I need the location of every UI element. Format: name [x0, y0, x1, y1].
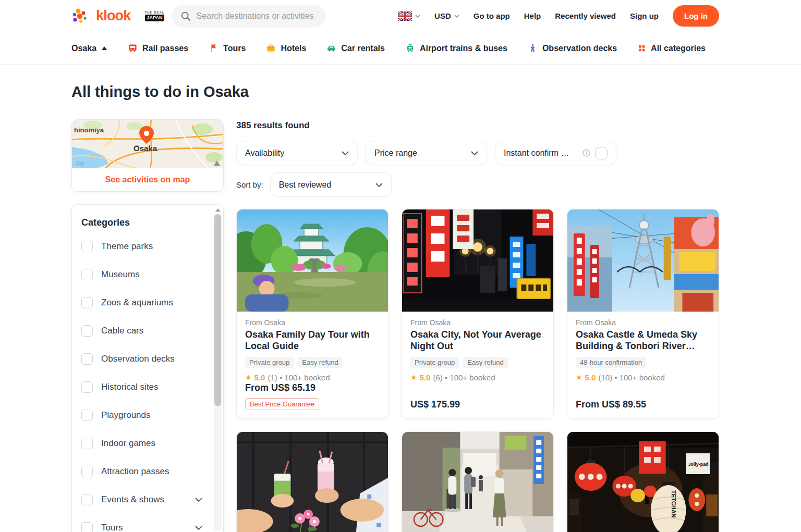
- category-historical-sites[interactable]: Historical sites: [81, 373, 202, 401]
- checkbox[interactable]: [81, 438, 93, 449]
- rating-score: 5.0: [254, 373, 265, 382]
- checkbox[interactable]: [81, 241, 93, 252]
- category-indoor-games[interactable]: Indoor games: [81, 429, 202, 457]
- activity-card[interactable]: TETCHAN Jolly-pad From Osaka: [567, 431, 719, 532]
- page-title: All things to do in Osaka: [71, 83, 730, 101]
- activity-image-shopping-street-walk: [402, 432, 553, 532]
- nav-item-airport-trains-buses[interactable]: Airport trains & buses: [405, 43, 507, 53]
- categories-title: Categories: [81, 217, 202, 228]
- activity-card[interactable]: From Osaka: [236, 431, 389, 532]
- categories-panel: Categories Theme parks Museums Zoos & aq…: [71, 204, 224, 532]
- chevron-down-icon: [471, 151, 478, 155]
- recently-viewed-link[interactable]: Recently viewed: [555, 11, 616, 20]
- klook-activities-page: klook THE REAL JAPAN: [0, 0, 801, 532]
- car-icon: [326, 43, 336, 53]
- nav-item-osaka[interactable]: Osaka: [71, 44, 107, 53]
- scrollbar-thumb[interactable]: [214, 214, 221, 406]
- activity-badge: Easy refund: [298, 357, 342, 368]
- category-tours[interactable]: Tours: [81, 514, 202, 532]
- header: klook THE REAL JAPAN: [0, 0, 801, 32]
- category-cable-cars[interactable]: Cable cars: [81, 317, 202, 345]
- checkbox[interactable]: [81, 269, 93, 280]
- filters-row: Availability Price range Instant confirm…: [236, 141, 730, 165]
- activity-badge: Private group: [410, 357, 459, 368]
- uk-flag-icon: [398, 11, 412, 21]
- activity-title: Osaka Family Day Tour with Local Guide: [245, 329, 380, 352]
- chevron-down-icon[interactable]: [195, 498, 202, 502]
- nav-item-car-rentals[interactable]: Car rentals: [326, 43, 385, 53]
- log-in-button[interactable]: Log in: [673, 5, 719, 27]
- best-price-guarantee-badge: Best Price Guarantee: [245, 398, 319, 410]
- activity-image-lantern-alley-night: TETCHAN Jolly-pad: [567, 432, 719, 532]
- instant-confirmation-filter[interactable]: Instant confirm …: [495, 141, 616, 165]
- activity-badge: Private group: [245, 357, 294, 368]
- grid-icon: [637, 44, 646, 53]
- search-bar[interactable]: [172, 5, 326, 28]
- chevron-down-icon[interactable]: [195, 526, 202, 530]
- klook-logo-icon: [71, 7, 89, 25]
- sort-by-label: Sort by:: [236, 180, 263, 189]
- activity-price: US$ 175.99: [410, 399, 545, 410]
- activity-card[interactable]: From Osaka Osaka Family Day Tour with Lo…: [236, 209, 389, 419]
- results-count: 385 results found: [236, 120, 730, 131]
- category-attraction-passes[interactable]: Attraction passes: [81, 457, 202, 486]
- header-links: USD Go to app Help Recently viewed Sign …: [398, 5, 719, 27]
- activity-title: Osaka City, Not Your Average Night Out: [410, 329, 545, 352]
- activity-image-osaka-castle-garden: [237, 209, 388, 312]
- nav-item-tours[interactable]: Tours: [209, 43, 246, 53]
- activity-card[interactable]: From Osaka Osaka City, Not Your Average …: [402, 209, 554, 419]
- sign-up-link[interactable]: Sign up: [630, 11, 659, 20]
- scrollbar-up-arrow[interactable]: [215, 208, 221, 212]
- rating-score: 5.0: [585, 373, 596, 382]
- see-activities-on-map-button[interactable]: See activities on map: [72, 168, 223, 191]
- help-link[interactable]: Help: [524, 11, 541, 20]
- star-icon: ★: [576, 373, 582, 381]
- info-icon[interactable]: [582, 149, 590, 157]
- map-preview-card[interactable]: hinomiya Ōsaka Bay See activities on map: [71, 119, 224, 192]
- activity-location: From Osaka: [576, 318, 710, 327]
- price-range-filter[interactable]: Price range: [366, 141, 487, 165]
- activity-image-tsutenkaku-tower-street: [567, 209, 719, 312]
- category-playgrounds[interactable]: Playgrounds: [81, 401, 202, 429]
- left-sidebar: hinomiya Ōsaka Bay See activities on map…: [71, 119, 224, 532]
- flag-icon: [209, 43, 219, 53]
- nav-item-all-categories[interactable]: All categories: [637, 44, 706, 53]
- categories-scrollbar[interactable]: [214, 206, 222, 532]
- nav-item-observation-decks[interactable]: Observation decks: [528, 43, 617, 53]
- checkbox[interactable]: [81, 410, 93, 421]
- category-observation-decks[interactable]: Observation decks: [81, 345, 202, 373]
- activity-card[interactable]: From Osaka: [402, 431, 554, 532]
- nav-item-rail-passes[interactable]: Rail passes: [128, 43, 188, 53]
- checkbox[interactable]: [81, 522, 93, 532]
- activity-rating: ★ 5.0 (1) • 100+ booked: [245, 373, 380, 382]
- map-thumbnail[interactable]: hinomiya Ōsaka Bay: [72, 120, 223, 168]
- nav-item-hotels[interactable]: Hotels: [266, 43, 306, 53]
- map-label-water: Bay: [76, 160, 84, 166]
- activity-image-dotonbori-night-neon: [402, 209, 553, 312]
- checkbox[interactable]: [81, 325, 93, 337]
- language-selector[interactable]: [398, 11, 420, 21]
- rating-score: 5.0: [420, 373, 431, 382]
- checkbox[interactable]: [81, 381, 93, 393]
- category-zoos-aquariums[interactable]: Zoos & aquariums: [81, 289, 202, 317]
- availability-filter[interactable]: Availability: [236, 141, 358, 165]
- klook-logo-text: klook: [96, 8, 131, 24]
- checkbox[interactable]: [81, 297, 93, 308]
- chevron-down-icon: [342, 151, 349, 155]
- instant-confirmation-checkbox[interactable]: [595, 147, 608, 159]
- search-input[interactable]: [197, 11, 318, 21]
- category-museums[interactable]: Museums: [81, 261, 202, 289]
- checkbox[interactable]: [81, 466, 93, 477]
- star-icon: ★: [245, 373, 252, 381]
- checkbox[interactable]: [81, 494, 93, 505]
- go-to-app-link[interactable]: Go to app: [474, 11, 510, 20]
- activity-card[interactable]: From Osaka Osaka Castle & Umeda Sky Buil…: [567, 209, 719, 419]
- checkbox[interactable]: [81, 353, 93, 365]
- sort-select[interactable]: Best reviewed: [270, 172, 392, 197]
- currency-selector[interactable]: USD: [434, 11, 459, 20]
- klook-logo[interactable]: klook THE REAL JAPAN: [71, 7, 165, 25]
- activity-card-body: From Osaka Osaka Family Day Tour with Lo…: [237, 312, 388, 418]
- category-theme-parks[interactable]: Theme parks: [81, 232, 202, 261]
- map-label-area: hinomiya: [74, 126, 104, 134]
- category-events-shows[interactable]: Events & shows: [81, 486, 202, 514]
